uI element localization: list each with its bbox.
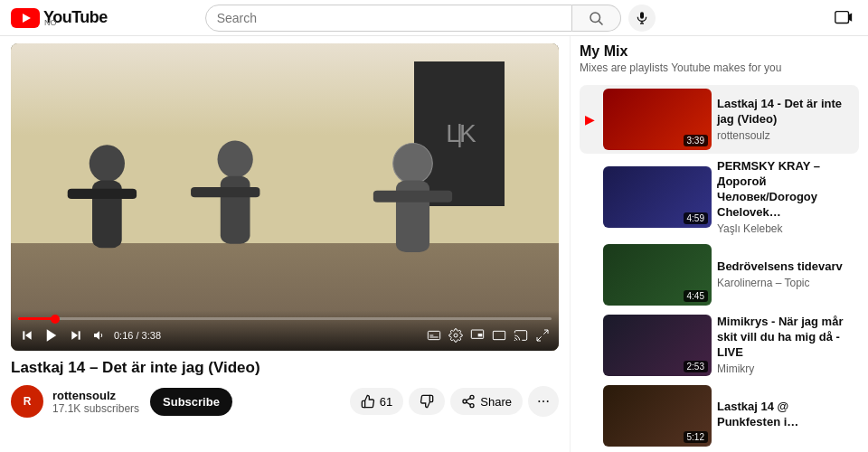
item-title: Lastkaj 14 @ Punkfesten i… [717, 400, 854, 430]
svg-rect-13 [68, 189, 137, 199]
more-icon [536, 394, 551, 409]
svg-point-11 [90, 145, 125, 182]
video-title: Lastkaj 14 – Det är inte jag (Video) [11, 358, 559, 378]
play-indicator: ▶ [585, 112, 598, 127]
video-player[interactable]: L|K [11, 43, 559, 351]
item-channel: Yaşlı Kelebek [717, 222, 854, 235]
channel-name[interactable]: rottensoulz [52, 389, 139, 402]
svg-marker-20 [25, 331, 32, 339]
settings-icon [448, 328, 463, 343]
svg-line-40 [467, 398, 471, 400]
item-title: Bedrövelsens tidevarv [717, 259, 854, 275]
svg-line-35 [537, 336, 542, 341]
svg-line-34 [543, 330, 548, 334]
play-pause-button[interactable] [42, 325, 61, 345]
playlist-item[interactable]: 4:59 PERMSKY KRAY – Дорогой Человек/Doro… [580, 155, 859, 239]
svg-point-14 [218, 140, 253, 177]
fullscreen-button[interactable] [533, 326, 552, 344]
svg-point-37 [463, 400, 467, 403]
skip-forward-icon [69, 328, 83, 343]
svg-rect-15 [221, 176, 250, 244]
create-button[interactable] [830, 5, 857, 32]
channel-row: R rottensoulz 17.1K subscribers Subscrib… [11, 385, 559, 418]
playlist-item[interactable]: 2:53 Mimikrys - När jag mår skit vill du… [580, 311, 859, 380]
fullscreen-icon [535, 328, 550, 343]
playlist-container: ▶ 3:39 Lastkaj 14 - Det är inte jag (Vid… [580, 85, 859, 450]
svg-point-29 [454, 334, 458, 337]
item-title: Lastkaj 14 - Det är inte jag (Video) [717, 97, 854, 127]
mic-icon [635, 11, 649, 25]
right-controls [425, 326, 552, 344]
video-duration: 3:39 [684, 135, 708, 146]
time-display: 0:16 / 3:38 [114, 330, 161, 341]
item-info: PERMSKY KRAY – Дорогой Человек/Dorogoy C… [717, 159, 854, 235]
dislike-button[interactable] [409, 388, 445, 415]
video-scene: L|K [11, 43, 559, 351]
volume-button[interactable] [90, 326, 108, 344]
thumbnail-wrapper: 4:59 [603, 166, 712, 228]
svg-marker-22 [47, 329, 57, 342]
video-controls: 0:16 / 3:38 [11, 310, 559, 351]
svg-point-43 [547, 400, 549, 402]
playlist-item[interactable]: 5:12 Lastkaj 14 @ Punkfesten i… [580, 381, 859, 450]
header-right [830, 5, 857, 32]
search-button[interactable] [572, 5, 621, 32]
channel-avatar[interactable]: R [11, 385, 43, 418]
svg-marker-25 [94, 331, 99, 339]
miniplayer-icon [470, 328, 485, 343]
search-input[interactable] [217, 11, 561, 25]
like-button[interactable]: 61 [350, 388, 403, 415]
thumbnail-wrapper: 5:12 [603, 385, 712, 447]
svg-rect-19 [373, 191, 452, 202]
item-channel: Mimikry [717, 363, 854, 375]
playlist-item[interactable]: ▶ 3:39 Lastkaj 14 - Det är inte jag (Vid… [580, 85, 859, 154]
sidebar-heading: My Mix [580, 43, 859, 60]
skip-forward-button[interactable] [67, 326, 85, 344]
svg-point-38 [470, 404, 474, 408]
subtitles-icon [427, 328, 441, 343]
skip-back-button[interactable] [18, 326, 36, 344]
svg-point-42 [542, 400, 544, 402]
svg-rect-21 [23, 331, 24, 339]
create-icon [834, 8, 854, 28]
svg-rect-16 [191, 187, 259, 197]
svg-rect-24 [79, 331, 80, 339]
thumbs-down-icon [420, 394, 434, 409]
avatar-initials: R [24, 395, 32, 408]
thumbs-up-icon [361, 394, 375, 409]
like-count: 61 [380, 395, 392, 409]
svg-marker-23 [71, 331, 78, 339]
controls-row: 0:16 / 3:38 [18, 325, 552, 345]
item-info: Mimikrys - När jag mår skit vill du ha m… [717, 315, 854, 375]
svg-point-41 [538, 400, 540, 402]
item-title: Mimikrys - När jag mår skit vill du ha m… [717, 315, 854, 361]
country-badge: NO [44, 18, 108, 27]
volume-icon [92, 328, 107, 343]
mic-button[interactable] [628, 5, 656, 32]
item-info: Lastkaj 14 @ Punkfesten i… [717, 400, 854, 432]
video-duration: 4:59 [684, 212, 708, 224]
skip-back-icon [20, 328, 34, 343]
youtube-logo-icon[interactable] [11, 8, 40, 28]
thumbnail-wrapper: 3:39 [603, 89, 712, 150]
more-options-button[interactable] [528, 386, 559, 417]
share-icon [461, 394, 476, 409]
settings-button[interactable] [447, 326, 465, 344]
video-duration: 2:53 [684, 361, 708, 372]
miniplayer-button[interactable] [468, 326, 486, 344]
progress-bar[interactable] [18, 317, 552, 320]
subscribe-button[interactable]: Subscribe [150, 388, 232, 416]
subtitles-button[interactable] [425, 326, 443, 344]
cast-button[interactable] [512, 326, 530, 344]
svg-rect-4 [640, 12, 644, 18]
theater-button[interactable] [490, 326, 508, 344]
channel-info: rottensoulz 17.1K subscribers [52, 389, 139, 415]
svg-point-33 [514, 340, 515, 341]
search-area [205, 5, 656, 32]
header: YouTube NO [0, 0, 868, 36]
playlist-item[interactable]: 4:45 Bedrövelsens tidevarv Karolinerna –… [580, 240, 859, 309]
share-button[interactable]: Share [450, 388, 523, 415]
play-icon [43, 327, 60, 344]
item-info: Bedrövelsens tidevarv Karolinerna – Topi… [717, 259, 854, 289]
sidebar: My Mix Mixes are playlists Youtube makes… [570, 36, 868, 452]
